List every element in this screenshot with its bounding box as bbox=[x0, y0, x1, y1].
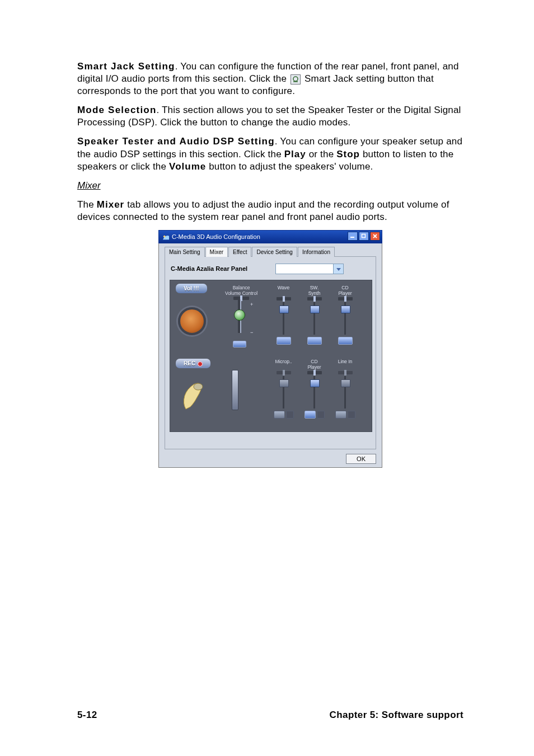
app-icon bbox=[162, 233, 170, 241]
rec-channel-mic: Microp.. bbox=[268, 359, 299, 419]
panel-label: C-Media Azalia Rear Panel bbox=[171, 265, 247, 273]
channel-wave: Wave bbox=[268, 285, 299, 345]
channel-wave-mute[interactable] bbox=[277, 337, 291, 345]
app-body: Main Setting Mixer Effect Device Setting… bbox=[158, 243, 382, 468]
mixer-subhead: Mixer bbox=[77, 180, 463, 192]
mode-selection-bold: Mode Selection bbox=[77, 105, 157, 115]
app-window: C-Media 3D Audio Configuration Main Sett… bbox=[158, 230, 382, 468]
dropdown-arrow-icon[interactable] bbox=[333, 264, 343, 274]
minus-icon: − bbox=[250, 330, 253, 336]
volume-bold: Volume bbox=[169, 161, 206, 172]
speaker-tester-text-b: or the bbox=[306, 149, 337, 159]
page-number: 5-12 bbox=[77, 709, 97, 721]
plus-icon: + bbox=[250, 302, 253, 308]
channel-cd-label: CDPlayer bbox=[330, 285, 360, 296]
minimize-button[interactable] bbox=[348, 232, 358, 241]
balance-label: BalanceVolume Control bbox=[224, 285, 258, 296]
rec-light-icon bbox=[198, 361, 203, 367]
para-smart-jack: Smart Jack Setting. You can configure th… bbox=[77, 60, 463, 97]
mixer-text-a: The bbox=[77, 199, 97, 210]
close-button[interactable] bbox=[370, 232, 380, 241]
channel-cd-fader[interactable] bbox=[344, 302, 346, 335]
channel-synth-balance[interactable] bbox=[307, 297, 322, 300]
rec-channel-linein-mute[interactable] bbox=[335, 411, 346, 419]
svg-point-5 bbox=[194, 383, 203, 390]
rec-channel-linein-fader[interactable] bbox=[344, 376, 346, 408]
record-channels: Microp.. CDPlayer Line In bbox=[268, 359, 360, 419]
vol-section-label: Vol !!! bbox=[176, 284, 207, 293]
smart-jack-bold: Smart Jack Setting bbox=[77, 61, 175, 72]
rec-channel-mic-label: Microp.. bbox=[268, 359, 299, 370]
smart-jack-icon bbox=[291, 74, 301, 84]
tab-effect[interactable]: Effect bbox=[228, 247, 251, 257]
channel-synth: SW.Synth bbox=[299, 285, 330, 345]
master-dial[interactable] bbox=[178, 307, 206, 335]
svg-rect-3 bbox=[350, 237, 354, 238]
rec-channel-mic-mute[interactable] bbox=[274, 411, 285, 419]
rec-channel-linein: Line In bbox=[330, 359, 360, 419]
channel-wave-balance[interactable] bbox=[277, 297, 291, 300]
restore-button[interactable] bbox=[359, 232, 369, 241]
channel-cd-balance[interactable] bbox=[338, 297, 353, 300]
channel-synth-label: SW.Synth bbox=[299, 285, 330, 296]
rec-channel-cd-mute[interactable] bbox=[305, 411, 316, 419]
mixer-bold: Mixer bbox=[97, 199, 124, 210]
speaker-tester-text-d: button to adjust the speakers' volume. bbox=[206, 161, 373, 172]
tab-information[interactable]: Information bbox=[298, 247, 335, 257]
tabs: Main Setting Mixer Effect Device Setting… bbox=[165, 247, 376, 257]
playback-channels: Wave SW.Synth CDPlayer bbox=[268, 285, 360, 345]
tab-device-setting[interactable]: Device Setting bbox=[252, 247, 297, 257]
tab-mixer[interactable]: Mixer bbox=[205, 247, 228, 257]
rec-channel-linein-balance[interactable] bbox=[338, 371, 353, 374]
svg-rect-0 bbox=[291, 74, 301, 84]
window-title: C-Media 3D Audio Configuration bbox=[172, 233, 260, 241]
svg-point-2 bbox=[163, 235, 166, 237]
ok-button[interactable]: OK bbox=[346, 454, 376, 464]
rec-channel-mic-select[interactable] bbox=[286, 411, 294, 419]
master-mute-button[interactable] bbox=[233, 341, 246, 348]
panel: C-Media Azalia Rear Panel Vol !!! Balanc… bbox=[165, 256, 376, 449]
rec-channel-cd-label: CDPlayer bbox=[299, 359, 330, 370]
device-dropdown[interactable] bbox=[275, 264, 344, 274]
rec-channel-mic-balance[interactable] bbox=[277, 371, 291, 374]
channel-synth-mute[interactable] bbox=[307, 337, 322, 345]
chapter-title: Chapter 5: Software support bbox=[330, 709, 463, 721]
rec-channel-mic-fader[interactable] bbox=[283, 376, 284, 408]
titlebar: C-Media 3D Audio Configuration bbox=[158, 230, 382, 243]
svg-rect-4 bbox=[362, 234, 366, 238]
channel-wave-fader[interactable] bbox=[283, 302, 284, 335]
tab-main-setting[interactable]: Main Setting bbox=[165, 247, 205, 257]
channel-cd-mute[interactable] bbox=[338, 337, 353, 345]
rec-channel-cd-balance[interactable] bbox=[307, 371, 322, 374]
rec-channel-cd-select[interactable] bbox=[317, 411, 325, 419]
mixer-text-b: tab allows you to adjust the audio input… bbox=[77, 199, 449, 222]
channel-synth-fader[interactable] bbox=[313, 302, 315, 335]
master-volume-slider[interactable] bbox=[229, 299, 249, 333]
channel-cd: CDPlayer bbox=[330, 285, 360, 345]
speaker-tester-bold: Speaker Tester and Audio DSP Setting bbox=[77, 136, 275, 147]
channel-wave-label: Wave bbox=[268, 285, 299, 296]
rec-level-meter bbox=[232, 370, 238, 410]
microphone-icon bbox=[182, 381, 205, 410]
page-footer: 5-12 Chapter 5: Software support bbox=[0, 709, 534, 721]
mixer-canvas: Vol !!! BalanceVolume Control + − Wave bbox=[170, 280, 372, 432]
rec-channel-linein-select[interactable] bbox=[348, 411, 355, 419]
rec-channel-cd-fader[interactable] bbox=[313, 376, 315, 408]
rec-channel-linein-label: Line In bbox=[330, 359, 360, 370]
rec-section-label: REC bbox=[176, 359, 210, 368]
play-bold: Play bbox=[284, 149, 306, 159]
para-mode-selection: Mode Selection. This section allows you … bbox=[77, 104, 463, 129]
para-speaker-tester: Speaker Tester and Audio DSP Setting. Yo… bbox=[77, 135, 463, 172]
para-mixer: The Mixer tab allows you to adjust the a… bbox=[77, 199, 463, 223]
rec-channel-cd: CDPlayer bbox=[299, 359, 330, 419]
stop-bold: Stop bbox=[336, 149, 360, 159]
